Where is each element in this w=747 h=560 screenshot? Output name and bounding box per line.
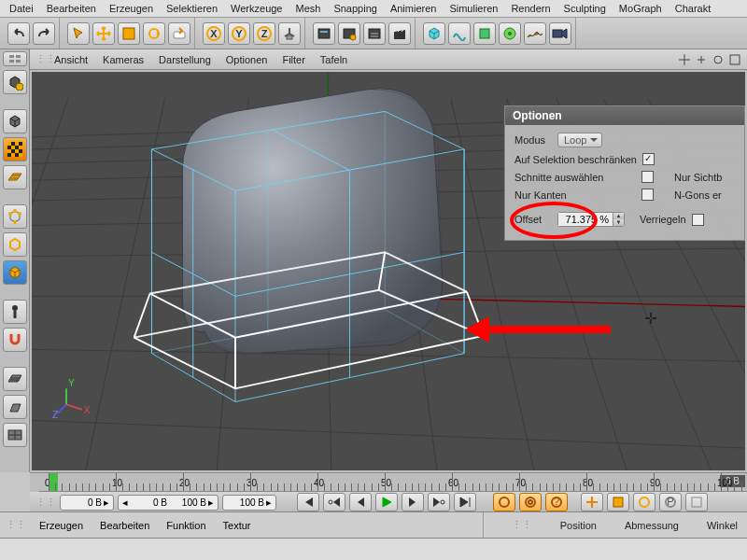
viewmenu-kameras[interactable]: Kameras: [97, 52, 149, 67]
deformer-button[interactable]: [499, 22, 521, 45]
select-tool[interactable]: [67, 22, 90, 45]
viewmenu-ansicht[interactable]: Ansicht: [49, 52, 93, 67]
offset-spin-up[interactable]: ▲: [613, 213, 624, 219]
modus-dropdown[interactable]: Loop: [557, 133, 602, 147]
panel-grip-icon[interactable]: ⋮⋮: [6, 519, 26, 531]
offset-field[interactable]: ▲▼: [557, 212, 625, 227]
viewmenu-filter[interactable]: Filter: [276, 52, 310, 67]
render-settings-button[interactable]: [363, 22, 386, 45]
goto-end-button[interactable]: [454, 493, 476, 511]
recent-tool[interactable]: [168, 22, 190, 45]
menu-werkzeuge[interactable]: Werkzeuge: [225, 1, 288, 16]
key-pla-button[interactable]: [685, 493, 708, 511]
svg-line-50: [213, 98, 248, 470]
point-mode-button[interactable]: [3, 204, 27, 229]
menu-datei[interactable]: Datei: [4, 1, 39, 16]
spline-button[interactable]: [448, 22, 471, 45]
redo-button[interactable]: [33, 22, 55, 45]
coord-system-button[interactable]: [278, 22, 301, 45]
annotation-arrow: [461, 311, 620, 348]
prev-frame-button[interactable]: [349, 493, 372, 511]
snap-button[interactable]: [3, 328, 27, 352]
y-axis-button[interactable]: Y: [228, 22, 250, 45]
goto-start-button[interactable]: [297, 493, 319, 511]
menu-charakter[interactable]: Charakt: [669, 1, 717, 16]
render-view-button[interactable]: [313, 22, 335, 45]
menu-mograph[interactable]: MoGraph: [613, 1, 668, 16]
edgesonly-checkbox[interactable]: [641, 189, 654, 201]
attr-funktion[interactable]: Funktion: [159, 518, 213, 533]
move-tool[interactable]: [92, 22, 115, 45]
x-axis-button[interactable]: X: [203, 22, 225, 45]
next-key-button[interactable]: [428, 493, 450, 511]
key-param-button[interactable]: P: [659, 493, 682, 511]
current-frame-field[interactable]: ▸: [60, 495, 114, 511]
key-pos-button[interactable]: [581, 493, 603, 511]
menu-bearbeiten[interactable]: Bearbeiten: [41, 1, 102, 16]
edge-mode-button[interactable]: [3, 232, 27, 257]
viewport-zoom-icon[interactable]: [695, 53, 708, 66]
rotate-tool[interactable]: [143, 22, 165, 45]
offset-spin-down[interactable]: ▼: [613, 219, 624, 226]
menu-mesh[interactable]: Mesh: [289, 1, 326, 16]
restrict-checkbox[interactable]: [642, 153, 655, 165]
range-start-field[interactable]: ◂▸: [118, 495, 218, 511]
svg-rect-22: [9, 60, 14, 63]
prev-key-button[interactable]: [323, 493, 345, 511]
attr-textur[interactable]: Textur: [216, 518, 259, 533]
menu-erzeugen[interactable]: Erzeugen: [104, 1, 159, 16]
menu-snapping[interactable]: Snapping: [328, 1, 383, 16]
palette-config-button[interactable]: [3, 51, 27, 66]
key-scale-button[interactable]: [607, 493, 629, 511]
menu-simulieren[interactable]: Simulieren: [444, 1, 503, 16]
offset-input[interactable]: [558, 213, 613, 226]
key-rot-button[interactable]: [633, 493, 655, 511]
generator-button[interactable]: [473, 22, 496, 45]
viewport-max-icon[interactable]: [728, 53, 741, 66]
play-button[interactable]: [375, 493, 398, 511]
menu-sculpting[interactable]: Sculpting: [558, 1, 612, 16]
polygon-mode-button[interactable]: [3, 260, 27, 285]
cube-primitive-button[interactable]: [423, 22, 445, 45]
record-button[interactable]: [493, 493, 515, 511]
z-axis-button[interactable]: Z: [253, 22, 275, 45]
svg-line-49: [77, 98, 164, 470]
tweak-mode-button[interactable]: [3, 300, 27, 324]
clapper-button[interactable]: [388, 22, 411, 45]
autokey-button[interactable]: [519, 493, 542, 511]
viewmenu-darstellung[interactable]: Darstellung: [153, 52, 217, 67]
environment-button[interactable]: [524, 22, 546, 45]
timeline-ruler[interactable]: 0 B 0102030405060708090100: [39, 473, 747, 492]
viewport-canvas[interactable]: Y X Z Optionen Modus Loop Auf Selektion …: [32, 72, 745, 470]
lock-workplane-button[interactable]: [3, 395, 27, 419]
panel-grip-icon[interactable]: ⋮⋮: [35, 53, 45, 65]
viewmenu-optionen[interactable]: Optionen: [220, 52, 274, 67]
panel-grip-icon[interactable]: ⋮⋮: [35, 497, 56, 509]
attr-erzeugen[interactable]: Erzeugen: [32, 518, 91, 533]
range-end-field[interactable]: ▸: [222, 495, 276, 511]
selectcuts-checkbox[interactable]: [641, 171, 654, 183]
planar-workplane-button[interactable]: [3, 423, 27, 447]
options-title: Optionen: [505, 106, 744, 125]
next-frame-button[interactable]: [402, 493, 424, 511]
workplane-button[interactable]: [3, 367, 27, 391]
scale-tool[interactable]: [118, 22, 140, 45]
workplane-mode-button[interactable]: [3, 165, 27, 189]
texture-mode-button[interactable]: [3, 137, 27, 161]
make-editable-button[interactable]: [3, 70, 27, 94]
keyframe-sel-button[interactable]: ?: [545, 493, 568, 511]
menu-animieren[interactable]: Animieren: [385, 1, 443, 16]
viewport-rotate-icon[interactable]: [712, 53, 725, 66]
viewmenu-tafeln[interactable]: Tafeln: [315, 52, 353, 67]
attr-bearbeiten[interactable]: Bearbeiten: [92, 518, 157, 533]
lock-checkbox[interactable]: [692, 214, 704, 226]
undo-button[interactable]: [7, 22, 30, 45]
viewport-move-icon[interactable]: [678, 53, 691, 66]
menu-selektieren[interactable]: Selektieren: [161, 1, 223, 16]
render-pv-button[interactable]: [338, 22, 360, 45]
panel-grip-icon[interactable]: ⋮⋮: [512, 519, 532, 531]
camera-button[interactable]: [549, 22, 571, 45]
svg-point-5: [233, 27, 246, 40]
menu-rendern[interactable]: Rendern: [505, 1, 556, 16]
model-mode-button[interactable]: [3, 109, 27, 133]
